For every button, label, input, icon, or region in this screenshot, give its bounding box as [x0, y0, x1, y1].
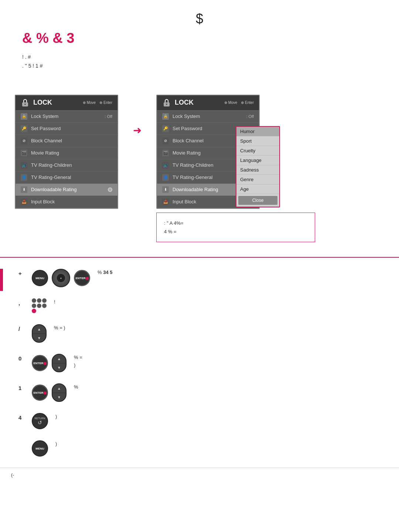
dropdown-close-button[interactable]: Close — [238, 196, 277, 205]
down-half-one: ▼ — [52, 393, 66, 401]
info-line-2: 4 % = — [164, 227, 307, 236]
dollar-symbol: $ — [22, 11, 377, 27]
return-button[interactable]: RETURN ↺ — [32, 413, 48, 429]
right-panel-title: LOCK — [162, 98, 194, 107]
enter-button-step-one[interactable]: ENTER — [32, 384, 48, 401]
svg-point-1 — [24, 104, 26, 105]
enter-dot — [86, 277, 89, 280]
tv-children-icon: 📺 — [21, 162, 27, 169]
dropdown-item-genre[interactable]: Genre — [236, 175, 279, 184]
left-menu-item-input-block[interactable]: 📥 Input Block — [16, 196, 117, 208]
dropdown-item-age[interactable]: Age — [236, 184, 279, 194]
right-movie-rating-icon: 🎬 — [162, 150, 169, 156]
step-comma: , ! — [11, 298, 388, 313]
info-box: : " A 4%= 4 % = — [156, 213, 315, 243]
step-four: 4 RETURN ↺ ) — [11, 413, 388, 429]
step-four-text: ) — [55, 413, 388, 421]
up-down-button-slash[interactable]: ▲ ▼ — [32, 324, 47, 343]
step-menu-icons: MENU — [32, 440, 48, 457]
step-zero: 0 ENTER ▲ ▼ % =) — [11, 354, 388, 372]
downloadable-dropdown: Humor Sport Cruelty Language Sadness Gen… — [236, 126, 280, 207]
menu-button-final[interactable]: MENU — [32, 440, 48, 457]
right-tv-children-icon: 📺 — [162, 162, 169, 169]
section-divider — [0, 257, 399, 258]
right-tv-general-icon: 👤 — [162, 174, 169, 181]
enter-dot-one — [44, 392, 47, 394]
right-lock-icon — [162, 98, 171, 107]
left-panel-title-text: LOCK — [33, 99, 52, 106]
downloadable-icon: ⬇ — [21, 186, 27, 193]
right-panel-header: LOCK ⊕ Move ⊕ Enter — [157, 95, 259, 111]
right-arrow-icon: ➜ — [133, 124, 141, 136]
left-menu-item-set-password[interactable]: 🔑 Set Password — [16, 123, 117, 135]
step-one-text: % — [74, 383, 388, 391]
step-menu-text: ) — [55, 440, 388, 448]
left-panel-nav-hints: ⊕ Move ⊕ Enter — [83, 101, 112, 105]
lock-system-icon: 🔒 — [21, 113, 27, 120]
lock-icon — [21, 98, 30, 107]
step-one-icons: ENTER ▲ ▼ — [32, 383, 66, 402]
step-slash-text: % = ) — [54, 324, 388, 332]
step-one-number: 1 — [18, 385, 24, 391]
right-panel-container: LOCK ⊕ Move ⊕ Enter 🔒 Lock System : Off … — [156, 95, 315, 243]
step-slash-number: / — [18, 326, 24, 332]
right-lock-system-icon: 🔒 — [162, 113, 169, 120]
dropdown-item-language[interactable]: Language — [236, 156, 279, 165]
up-down-button-one[interactable]: ▲ ▼ — [52, 383, 66, 402]
nav-wheel[interactable]: ● — [52, 269, 70, 287]
dropdown-item-sport[interactable]: Sport — [236, 136, 279, 146]
bottom-note-text: (- — [11, 472, 14, 478]
step-plus-number: + — [18, 270, 24, 277]
step-menu: MENU ) — [11, 440, 388, 457]
block-channel-icon: ⊘ — [21, 138, 27, 144]
left-menu-item-tv-general[interactable]: 👤 TV Rating-General — [16, 172, 117, 184]
step-plus-icons: MENU ● ENTER — [32, 269, 90, 287]
info-line-1: : " A 4%= — [164, 219, 307, 227]
left-menu-item-tv-children[interactable]: 📺 TV Rating-Children — [16, 159, 117, 172]
set-password-icon: 🔑 — [21, 125, 27, 132]
step-slash-icons: ▲ ▼ — [32, 324, 47, 343]
left-menu-item-lock-system[interactable]: 🔒 Lock System : Off — [16, 111, 117, 123]
step-zero-text: % =) — [74, 354, 388, 369]
left-menu-item-movie-rating[interactable]: 🎬 Movie Rating — [16, 147, 117, 159]
grid-button[interactable] — [32, 298, 47, 313]
enter-button-step-zero[interactable]: ENTER — [32, 355, 48, 371]
step-slash: / ▲ ▼ % = ) — [11, 324, 388, 343]
bottom-note: (- — [0, 468, 399, 482]
up-half: ▲ — [33, 325, 46, 334]
step-plus: + MENU ● ENTER % 34 5 — [11, 269, 388, 287]
down-half: ▼ — [33, 334, 46, 342]
left-lock-panel: LOCK ⊕ Move ⊕ Enter 🔒 Lock System : Off … — [15, 95, 118, 209]
nav-inner: ● — [57, 274, 65, 282]
dropdown-item-cruelty[interactable]: Cruelty — [236, 146, 279, 156]
dropdown-item-humor[interactable]: Humor — [236, 127, 279, 136]
tv-general-icon: 👤 — [21, 174, 27, 181]
step-zero-icons: ENTER ▲ ▼ — [32, 354, 66, 372]
enter-button-step-plus[interactable]: ENTER — [74, 270, 90, 286]
up-half-zero: ▲ — [52, 355, 66, 363]
red-sidebar-accent — [0, 269, 3, 291]
right-panel-title-text: LOCK — [175, 99, 194, 106]
right-set-password-icon: 🔑 — [162, 125, 169, 132]
up-half-one: ▲ — [52, 384, 66, 393]
dropdown-item-sadness[interactable]: Sadness — [236, 165, 279, 175]
left-panel-header: LOCK ⊕ Move ⊕ Enter — [16, 95, 117, 111]
downloadable-dot — [108, 187, 112, 192]
step-comma-text: ! — [54, 298, 388, 306]
right-panel-nav-hints: ⊕ Move ⊕ Enter — [224, 101, 254, 105]
right-menu-item-lock-system[interactable]: 🔒 Lock System : Off — [157, 111, 259, 123]
step-four-number: 4 — [18, 414, 24, 421]
step-one: 1 ENTER ▲ ▼ % — [11, 383, 388, 402]
left-panel-title: LOCK — [21, 98, 52, 107]
movie-rating-icon: 🎬 — [21, 150, 27, 156]
down-half-zero: ▼ — [52, 363, 66, 372]
left-menu-item-block-channel[interactable]: ⊘ Block Channel — [16, 135, 117, 147]
up-down-button-zero[interactable]: ▲ ▼ — [52, 354, 66, 372]
right-input-block-icon: 📥 — [162, 199, 169, 205]
menu-button[interactable]: MENU — [32, 270, 48, 286]
left-menu-item-downloadable[interactable]: ⬇ Downloadable Rating — [16, 184, 117, 196]
chapter-heading: & % & 3 — [22, 30, 377, 46]
step-zero-number: 0 — [18, 355, 24, 362]
svg-point-3 — [166, 104, 167, 105]
right-block-channel-icon: ⊘ — [162, 138, 169, 144]
